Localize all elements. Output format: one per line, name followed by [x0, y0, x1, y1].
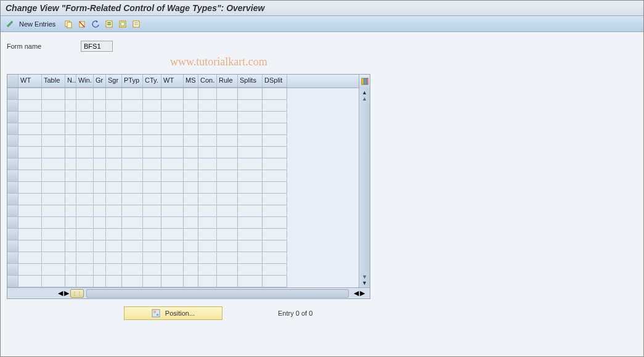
table-cell[interactable]: [263, 158, 287, 170]
table-cell[interactable]: [143, 264, 161, 276]
table-cell[interactable]: [143, 217, 161, 229]
column-header[interactable]: DSplit: [263, 75, 287, 88]
row-selector[interactable]: [7, 182, 18, 194]
table-cell[interactable]: [122, 276, 143, 287]
table-cell[interactable]: [184, 229, 198, 240]
table-cell[interactable]: [106, 252, 122, 264]
table-cell[interactable]: [198, 88, 217, 100]
table-cell[interactable]: [76, 252, 94, 264]
table-cell[interactable]: [18, 170, 42, 182]
table-cell[interactable]: [106, 123, 122, 135]
table-cell[interactable]: [263, 88, 287, 100]
table-cell[interactable]: [94, 217, 106, 229]
table-cell[interactable]: [106, 88, 122, 100]
table-cell[interactable]: [198, 147, 217, 158]
table-cell[interactable]: [217, 205, 238, 217]
table-cell[interactable]: [238, 112, 263, 123]
table-cell[interactable]: [122, 158, 143, 170]
table-cell[interactable]: [42, 88, 65, 100]
table-cell[interactable]: [76, 123, 94, 135]
table-cell[interactable]: [198, 229, 217, 240]
table-cell[interactable]: [94, 182, 106, 194]
table-cell[interactable]: [76, 147, 94, 158]
table-cell[interactable]: [122, 170, 143, 182]
table-cell[interactable]: [217, 182, 238, 194]
table-cell[interactable]: [65, 205, 76, 217]
table-cell[interactable]: [122, 100, 143, 112]
table-cell[interactable]: [94, 229, 106, 240]
table-cell[interactable]: [143, 170, 161, 182]
table-cell[interactable]: [18, 252, 42, 264]
row-selector[interactable]: [7, 194, 18, 205]
column-header[interactable]: Rule: [217, 75, 238, 88]
table-cell[interactable]: [143, 158, 161, 170]
table-cell[interactable]: [184, 194, 198, 205]
table-cell[interactable]: [106, 100, 122, 112]
table-cell[interactable]: [184, 276, 198, 287]
table-cell[interactable]: [143, 229, 161, 240]
table-cell[interactable]: [42, 252, 65, 264]
table-cell[interactable]: [161, 252, 184, 264]
column-header[interactable]: Sgr: [106, 75, 122, 88]
table-cell[interactable]: [184, 264, 198, 276]
hscroll-right-icon[interactable]: ▶: [64, 289, 69, 297]
table-cell[interactable]: [42, 205, 65, 217]
column-header[interactable]: Win.: [76, 75, 94, 88]
table-cell[interactable]: [238, 217, 263, 229]
table-cell[interactable]: [94, 170, 106, 182]
table-cell[interactable]: [198, 205, 217, 217]
table-cell[interactable]: [94, 252, 106, 264]
scroll-up-icon[interactable]: ▲: [362, 89, 367, 96]
table-cell[interactable]: [122, 182, 143, 194]
table-cell[interactable]: [106, 194, 122, 205]
table-cell[interactable]: [161, 147, 184, 158]
table-cell[interactable]: [42, 100, 65, 112]
table-cell[interactable]: [42, 194, 65, 205]
table-cell[interactable]: [122, 123, 143, 135]
column-header[interactable]: MS: [184, 75, 198, 88]
table-cell[interactable]: [94, 135, 106, 147]
table-cell[interactable]: [161, 88, 184, 100]
table-cell[interactable]: [65, 170, 76, 182]
table-cell[interactable]: [238, 276, 263, 287]
table-cell[interactable]: [94, 147, 106, 158]
table-cell[interactable]: [161, 276, 184, 287]
table-cell[interactable]: [122, 194, 143, 205]
table-cell[interactable]: [238, 264, 263, 276]
hscroll-left-icon[interactable]: ◀: [58, 289, 63, 297]
table-cell[interactable]: [42, 135, 65, 147]
row-selector[interactable]: [7, 123, 18, 135]
table-cell[interactable]: [217, 240, 238, 252]
table-cell[interactable]: [198, 276, 217, 287]
table-cell[interactable]: [161, 194, 184, 205]
row-selector[interactable]: [7, 205, 18, 217]
table-cell[interactable]: [106, 147, 122, 158]
table-cell[interactable]: [94, 123, 106, 135]
table-cell[interactable]: [198, 158, 217, 170]
hscroll-right2-icon[interactable]: ▶: [360, 289, 365, 297]
table-cell[interactable]: [161, 229, 184, 240]
table-cell[interactable]: [143, 252, 161, 264]
table-cell[interactable]: [143, 112, 161, 123]
table-cell[interactable]: [18, 135, 42, 147]
table-cell[interactable]: [42, 158, 65, 170]
column-header[interactable]: Splits: [238, 75, 263, 88]
column-header[interactable]: Table: [42, 75, 65, 88]
table-cell[interactable]: [217, 135, 238, 147]
table-cell[interactable]: [65, 240, 76, 252]
table-cell[interactable]: [143, 194, 161, 205]
row-selector[interactable]: [7, 217, 18, 229]
table-cell[interactable]: [161, 135, 184, 147]
table-cell[interactable]: [198, 135, 217, 147]
table-cell[interactable]: [238, 240, 263, 252]
table-cell[interactable]: [184, 217, 198, 229]
row-selector[interactable]: [7, 88, 18, 100]
table-cell[interactable]: [94, 100, 106, 112]
table-cell[interactable]: [217, 88, 238, 100]
table-cell[interactable]: [238, 135, 263, 147]
table-cell[interactable]: [184, 170, 198, 182]
table-cell[interactable]: [122, 229, 143, 240]
table-cell[interactable]: [76, 135, 94, 147]
copy-icon[interactable]: [63, 18, 74, 30]
table-cell[interactable]: [184, 240, 198, 252]
